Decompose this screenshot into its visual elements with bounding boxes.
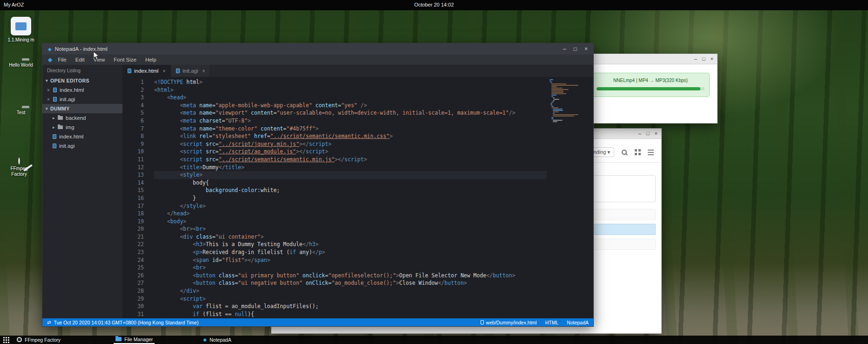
desktop-icon-hello-world[interactable]: Hello World xyxy=(6,61,36,68)
maximize-button[interactable]: □ xyxy=(574,46,577,52)
line-number: 5 xyxy=(122,109,144,117)
file-row[interactable] xyxy=(592,239,656,250)
close-button[interactable]: × xyxy=(584,46,588,52)
maximize-button[interactable]: □ xyxy=(702,55,705,62)
notepada-titlebar[interactable]: ◆ NotepadA - index.html – □ × xyxy=(42,43,593,55)
code-line: <body> xyxy=(154,218,547,226)
minimap-line xyxy=(553,113,555,114)
file-manager-icon xyxy=(115,337,122,341)
section-label: DUMMY xyxy=(50,106,70,111)
list-view-icon[interactable] xyxy=(648,149,654,155)
notepada-icon: ◆ xyxy=(203,337,207,342)
code-line: var flist = ao_module_loadInputFiles(); xyxy=(154,303,547,310)
open-editor-item-initagi[interactable]: × init.agi xyxy=(42,95,122,104)
ffmpeg-factory-window[interactable]: – □ × NNELmp4 | MP4 → MP3(320 Kbps) xyxy=(583,54,718,124)
close-button[interactable]: × xyxy=(655,130,658,137)
file-icon xyxy=(128,69,131,73)
line-number: 19 xyxy=(122,218,144,226)
section-project-dummy[interactable]: ▾ DUMMY xyxy=(42,104,122,113)
section-open-editors[interactable]: ▾ OPEN EDITORS xyxy=(42,76,122,85)
minimap-line xyxy=(553,121,557,122)
tree-folder-backend[interactable]: ▸ backend xyxy=(42,113,122,123)
code-line: <script> xyxy=(154,295,547,303)
tab-label: init.agi xyxy=(183,68,198,74)
code-line: <meta name="apple-mobile-web-app-capable… xyxy=(154,102,547,110)
menu-help[interactable]: Help xyxy=(145,57,156,62)
notepada-window[interactable]: ◆ NotepadA - index.html – □ × ◆ File Edi… xyxy=(42,43,594,327)
maximize-button[interactable]: □ xyxy=(646,130,650,137)
desktop-icon-label: Test xyxy=(6,110,36,116)
tab-indexhtml[interactable]: index.html × xyxy=(122,65,171,77)
minimap-line xyxy=(550,104,552,105)
menu-font-size[interactable]: Font Size xyxy=(114,57,136,62)
desktop-icon-test[interactable]: Test xyxy=(6,108,36,116)
taskbar-item-notepada[interactable]: ◆ NotepadA xyxy=(201,337,233,344)
mouse-cursor xyxy=(93,51,100,62)
close-editor-icon[interactable]: × xyxy=(47,97,53,102)
close-editor-icon[interactable]: × xyxy=(47,88,53,93)
tree-folder-img[interactable]: ▸ img xyxy=(42,123,122,132)
notepada-menubar: ◆ File Edit View Font Size Help xyxy=(42,55,593,65)
file-card[interactable] xyxy=(592,175,656,202)
code-editor[interactable]: 1234567891011121314151617181920212223242… xyxy=(122,77,593,318)
minimap-line xyxy=(554,99,560,100)
code-line: <meta charset="UTF-8"> xyxy=(154,117,547,125)
conversion-task-label: NNELmp4 | MP4 → MP3(320 Kbps) xyxy=(597,78,705,83)
tree-file-indexhtml[interactable]: index.html xyxy=(42,132,122,141)
desktop-icon-app[interactable]: 1.1.Mining m xyxy=(6,17,36,43)
close-tab-icon[interactable]: × xyxy=(163,69,165,74)
minimap[interactable] xyxy=(549,79,586,123)
minimap-line xyxy=(551,89,568,90)
minimize-button[interactable]: – xyxy=(638,130,641,137)
line-number: 23 xyxy=(122,248,144,256)
chevron-down-icon: ▾ xyxy=(607,149,610,155)
desktop-icon-ffmpeg-factory[interactable]: FFmpeg Factory xyxy=(6,158,33,177)
taskbar-item-file-manager[interactable]: File Manager xyxy=(114,336,155,344)
file-icon xyxy=(53,88,57,92)
code-line: <!DOCTYPE html> xyxy=(154,78,547,86)
line-number: 22 xyxy=(122,241,144,248)
close-tab-icon[interactable]: × xyxy=(203,69,205,74)
minimize-button[interactable]: – xyxy=(563,46,566,52)
line-number: 3 xyxy=(122,94,144,102)
minimap-line xyxy=(551,95,556,96)
code-line: <style> xyxy=(154,171,547,179)
minimize-button[interactable]: – xyxy=(694,55,697,62)
file-row[interactable] xyxy=(592,209,656,220)
taskbar-item-ffmpeg-factory[interactable]: FFmpeg Factory xyxy=(15,337,62,344)
tree-item-label: index.html xyxy=(59,134,83,139)
minimap-line xyxy=(550,82,552,83)
open-editor-item-indexhtml[interactable]: × index.html xyxy=(42,85,122,95)
app-launcher-button[interactable] xyxy=(2,336,11,344)
code-line: <button class="ui primary button" onclic… xyxy=(154,272,547,280)
file-row-selected[interactable] xyxy=(592,224,656,235)
minimap-line xyxy=(551,93,566,94)
code-line: <script src="../script/semantic/semantic… xyxy=(154,156,547,164)
line-number: 20 xyxy=(122,225,144,233)
tab-initagi[interactable]: init.agi × xyxy=(171,65,210,77)
desktop-icon-label: 1.1.Mining m xyxy=(6,37,36,43)
search-icon[interactable] xyxy=(621,149,628,156)
tree-file-initagi[interactable]: init.agi xyxy=(42,141,122,151)
code-line: } xyxy=(154,194,547,202)
minimap-line xyxy=(553,120,563,121)
menu-file[interactable]: File xyxy=(58,57,67,62)
line-number: 7 xyxy=(122,125,144,133)
tree-item-label: img xyxy=(66,124,75,130)
minimap-line xyxy=(553,100,555,101)
minimap-line xyxy=(549,79,553,80)
grid-view-icon[interactable] xyxy=(635,149,641,155)
taskbar-item-label: File Manager xyxy=(124,337,153,342)
code-lines: <!DOCTYPE html><html> <head> <meta name=… xyxy=(154,78,547,318)
line-number: 13 xyxy=(122,171,144,179)
ffmpeg-titlebar[interactable]: – □ × xyxy=(584,54,717,64)
code-line: <br><br> xyxy=(154,225,547,233)
aroz-menu-button[interactable]: My ArOZ xyxy=(4,2,24,7)
tree-item-label: init.agi xyxy=(59,143,75,149)
close-button[interactable]: × xyxy=(711,55,713,62)
line-number: 15 xyxy=(122,186,144,194)
menu-edit[interactable]: Edit xyxy=(75,57,85,62)
minimap-line xyxy=(553,111,559,112)
chevron-right-icon: ▸ xyxy=(53,125,58,130)
code-line: <h3>This is a Dummy Testing Module</h3> xyxy=(154,241,547,248)
